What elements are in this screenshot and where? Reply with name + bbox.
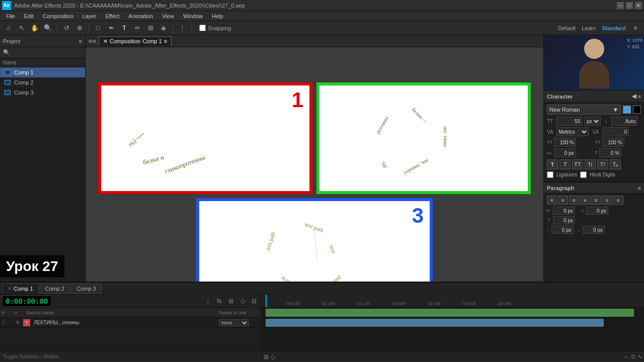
toggle-label[interactable]: Toggle Switches / Modes (3, 354, 59, 359)
tl-btn-4[interactable]: ◇ (237, 296, 248, 306)
space-after-input[interactable] (583, 226, 605, 234)
bold-button[interactable]: T (547, 159, 558, 169)
menu-composition[interactable]: Composition (39, 12, 77, 20)
indent-first-input[interactable] (553, 216, 575, 224)
menu-file[interactable]: File (2, 12, 19, 20)
tl-bottom-btn1[interactable]: ⊞ (264, 353, 269, 360)
leading-input[interactable] (611, 117, 637, 126)
size-metrics-row: TT px ↕ (547, 117, 641, 126)
svg-text:белки —: белки — (411, 107, 429, 125)
comp-tab-menu[interactable]: ≡ (164, 38, 167, 44)
style-buttons-row: T T TT Tr T¹ T₁ (547, 159, 641, 169)
workspace-menu-button[interactable]: ≡ (630, 23, 641, 34)
timeline-tab1-close[interactable]: ✕ (8, 286, 12, 291)
minimize-button[interactable]: ─ (617, 2, 624, 9)
stroke-color-swatch[interactable] (633, 106, 641, 114)
track-fill-2[interactable] (266, 319, 604, 327)
h-scale-label: TT (547, 140, 552, 145)
justify-right-button[interactable]: ≡ (602, 196, 612, 205)
paragraph-menu[interactable]: ≡ (638, 185, 641, 191)
paragraph-section: ≡ ≡ ≡ ≡ ≡ ≡ ≡ ⊢ ⊣ ⊤ (544, 194, 644, 237)
font-name-dropdown[interactable]: New Roman ▼ (547, 105, 621, 115)
tl-btn-5[interactable]: ⊟ (249, 296, 259, 306)
puppet-tool[interactable]: ⋮ (177, 23, 188, 34)
sub-button[interactable]: T₁ (610, 159, 621, 169)
tsf-input[interactable] (599, 148, 621, 157)
tl-bottom-btn3[interactable]: ↔ (623, 354, 629, 360)
align-center-button[interactable]: ≡ (558, 196, 568, 205)
comp-tab-active[interactable]: ✕ Composition Comp 1 ≡ (99, 36, 172, 46)
snapping-label: Snapping (208, 25, 231, 31)
mask-tool[interactable]: □ (93, 23, 104, 34)
baseline-input[interactable] (554, 148, 576, 157)
tsf-icon: T (595, 150, 598, 155)
justify-left-button[interactable]: ≡ (580, 196, 590, 205)
project-item-comp2[interactable]: Comp 2 (0, 77, 85, 87)
tl-bottom-btn2[interactable]: ◇ (271, 353, 275, 360)
parent-dropdown-1[interactable]: None (219, 319, 249, 326)
tl-bottom-btn5[interactable]: ∿ (637, 353, 642, 360)
v-scale-input[interactable] (602, 138, 624, 147)
project-panel-menu-icon[interactable]: ≡ (79, 38, 82, 44)
menu-effect[interactable]: Effect (101, 12, 123, 20)
paint-tool[interactable]: ◈ (158, 23, 169, 34)
size-unit-dropdown[interactable]: px (584, 117, 601, 126)
text-tool[interactable]: T (119, 23, 130, 34)
super-button[interactable]: T¹ (597, 159, 608, 169)
allcaps-button[interactable]: TT (572, 159, 583, 169)
space-before-input[interactable] (551, 226, 574, 234)
smallcaps-button[interactable]: Tr (585, 159, 596, 169)
timeline-tab-comp3[interactable]: Comp 3 (71, 284, 102, 294)
indent-left-input[interactable] (553, 207, 575, 215)
search-input[interactable] (12, 50, 82, 56)
tl-bottom-btn4[interactable]: ⊙ (631, 353, 635, 360)
close-button[interactable]: ✕ (635, 2, 642, 9)
camera-tool[interactable]: ⊕ (74, 23, 85, 34)
justify-center-button[interactable]: ≡ (591, 196, 601, 205)
project-item-comp1[interactable]: Comp 1 (0, 67, 85, 77)
menu-help[interactable]: Help (208, 12, 227, 20)
brush-tool[interactable]: ✏ (132, 23, 143, 34)
hand-tool[interactable]: ✋ (29, 23, 40, 34)
para-indent2-row: ⊤ (547, 216, 641, 224)
fill-color-swatch[interactable] (623, 106, 631, 114)
indent-right-input[interactable] (586, 207, 608, 215)
home-button[interactable]: ⌂ (3, 23, 14, 34)
tracking-input[interactable] (603, 127, 629, 136)
layer-num-1: 1 (2, 320, 12, 325)
select-tool[interactable]: ↖ (16, 23, 27, 34)
character-panel-expand[interactable]: ◀ (632, 93, 636, 100)
menu-animation[interactable]: Animation (124, 12, 157, 20)
menu-layer[interactable]: Layer (78, 12, 101, 20)
pen-tool[interactable]: ✒ (106, 23, 117, 34)
justify-all-button[interactable]: ≡ (613, 196, 623, 205)
menu-window[interactable]: Window (179, 12, 207, 20)
collapse-icon[interactable]: ◀◀ (88, 38, 96, 44)
project-item-comp3[interactable]: Comp 3 (0, 87, 85, 98)
rotate-tool[interactable]: ↺ (61, 23, 72, 34)
timecode-display[interactable]: 0:00:00:00 (2, 296, 51, 307)
ligatures-checkbox[interactable] (547, 171, 553, 178)
align-left-button[interactable]: ≡ (547, 196, 557, 205)
zoom-tool[interactable]: 🔍 (42, 23, 53, 34)
layer-vis-1[interactable]: 👁 (14, 319, 21, 326)
track-fill-1[interactable] (266, 309, 634, 317)
tl-btn-2[interactable]: fx (214, 296, 224, 306)
hindi-checkbox[interactable] (580, 171, 587, 178)
timeline-tab-comp2[interactable]: Comp 2 (40, 284, 70, 294)
snapping-checkbox[interactable] (199, 25, 206, 31)
timeline-tab-comp1[interactable]: ✕ Comp 1 (2, 284, 39, 294)
menu-view[interactable]: View (158, 12, 178, 20)
maximize-button[interactable]: □ (626, 2, 633, 9)
font-size-input[interactable] (556, 117, 582, 126)
h-scale-input[interactable] (554, 138, 576, 147)
italic-button[interactable]: T (559, 159, 571, 169)
menu-edit[interactable]: Edit (20, 12, 38, 20)
kerning-dropdown[interactable]: Metrics (556, 127, 589, 136)
playhead[interactable] (266, 295, 267, 307)
align-right-button[interactable]: ≡ (569, 196, 579, 205)
tl-btn-1[interactable]: ↕ (203, 296, 213, 306)
character-panel-menu[interactable]: ≡ (638, 94, 641, 100)
tl-btn-3[interactable]: ⊞ (226, 296, 236, 306)
stamp-tool[interactable]: ⊞ (145, 23, 156, 34)
